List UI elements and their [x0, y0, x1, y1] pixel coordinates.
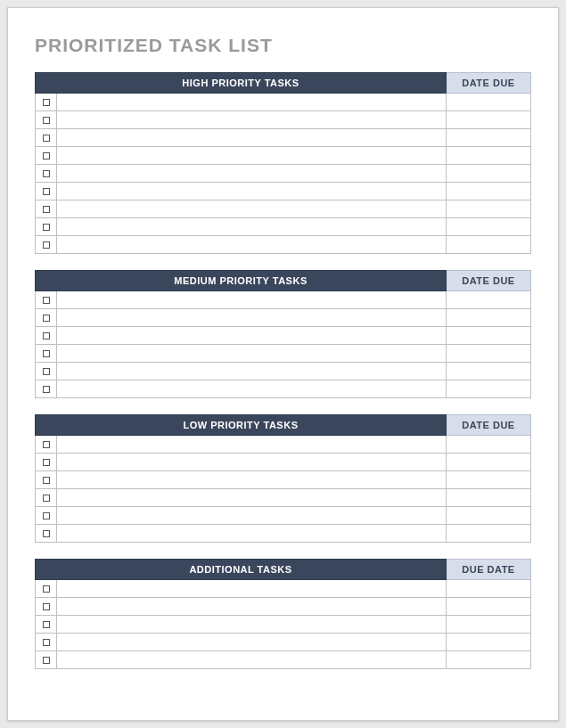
task-date-cell[interactable]: [447, 634, 531, 651]
task-text-cell[interactable]: [57, 236, 447, 254]
checkbox-icon[interactable]: [43, 117, 50, 124]
task-checkbox-cell[interactable]: [36, 183, 57, 200]
task-checkbox-cell[interactable]: [36, 111, 57, 129]
task-text-cell[interactable]: [57, 580, 447, 598]
task-checkbox-cell[interactable]: [36, 291, 57, 309]
task-date-cell[interactable]: [447, 200, 531, 218]
task-date-cell[interactable]: [447, 183, 531, 200]
checkbox-icon[interactable]: [43, 386, 50, 393]
checkbox-icon[interactable]: [43, 495, 50, 502]
task-date-cell[interactable]: [447, 147, 531, 165]
checkbox-icon[interactable]: [43, 170, 50, 177]
task-checkbox-cell[interactable]: [36, 580, 57, 598]
checkbox-icon[interactable]: [43, 315, 50, 322]
checkbox-icon[interactable]: [43, 188, 50, 195]
task-checkbox-cell[interactable]: [36, 200, 57, 218]
task-date-cell[interactable]: [447, 616, 531, 634]
task-checkbox-cell[interactable]: [36, 129, 57, 147]
task-date-cell[interactable]: [447, 580, 531, 598]
checkbox-icon[interactable]: [43, 206, 50, 213]
checkbox-icon[interactable]: [43, 135, 50, 142]
checkbox-icon[interactable]: [43, 477, 50, 484]
task-checkbox-cell[interactable]: [36, 454, 57, 471]
task-date-cell[interactable]: [447, 111, 531, 129]
task-text-cell[interactable]: [57, 454, 447, 471]
checkbox-icon[interactable]: [43, 297, 50, 304]
checkbox-icon[interactable]: [43, 350, 50, 357]
checkbox-icon[interactable]: [43, 657, 50, 664]
task-text-cell[interactable]: [57, 598, 447, 616]
task-date-cell[interactable]: [447, 436, 531, 454]
checkbox-icon[interactable]: [43, 241, 50, 249]
checkbox-icon[interactable]: [43, 332, 50, 339]
task-date-cell[interactable]: [447, 327, 531, 345]
task-text-cell[interactable]: [57, 471, 447, 489]
task-date-cell[interactable]: [447, 94, 531, 111]
task-checkbox-cell[interactable]: [36, 94, 57, 111]
task-date-cell[interactable]: [447, 165, 531, 183]
task-checkbox-cell[interactable]: [36, 436, 57, 454]
checkbox-icon[interactable]: [43, 224, 50, 231]
task-checkbox-cell[interactable]: [36, 489, 57, 507]
checkbox-icon[interactable]: [43, 585, 50, 593]
checkbox-icon[interactable]: [43, 639, 50, 646]
task-text-cell[interactable]: [57, 363, 447, 380]
task-date-cell[interactable]: [447, 291, 531, 309]
task-date-cell[interactable]: [447, 454, 531, 471]
task-text-cell[interactable]: [57, 129, 447, 147]
checkbox-icon[interactable]: [43, 530, 50, 537]
task-text-cell[interactable]: [57, 507, 447, 525]
task-text-cell[interactable]: [57, 489, 447, 507]
task-checkbox-cell[interactable]: [36, 327, 57, 345]
task-checkbox-cell[interactable]: [36, 616, 57, 634]
checkbox-icon[interactable]: [43, 512, 50, 519]
task-date-cell[interactable]: [447, 380, 531, 398]
task-text-cell[interactable]: [57, 291, 447, 309]
task-checkbox-cell[interactable]: [36, 525, 57, 543]
task-checkbox-cell[interactable]: [36, 651, 57, 669]
checkbox-icon[interactable]: [43, 152, 50, 160]
task-text-cell[interactable]: [57, 436, 447, 454]
checkbox-icon[interactable]: [43, 99, 50, 106]
task-text-cell[interactable]: [57, 616, 447, 634]
task-text-cell[interactable]: [57, 345, 447, 363]
task-date-cell[interactable]: [447, 363, 531, 380]
task-date-cell[interactable]: [447, 129, 531, 147]
task-checkbox-cell[interactable]: [36, 147, 57, 165]
checkbox-icon[interactable]: [43, 621, 50, 628]
task-checkbox-cell[interactable]: [36, 236, 57, 254]
task-date-cell[interactable]: [447, 236, 531, 254]
checkbox-icon[interactable]: [43, 603, 50, 610]
task-text-cell[interactable]: [57, 200, 447, 218]
task-date-cell[interactable]: [447, 651, 531, 669]
task-text-cell[interactable]: [57, 634, 447, 651]
task-text-cell[interactable]: [57, 147, 447, 165]
task-checkbox-cell[interactable]: [36, 634, 57, 651]
task-text-cell[interactable]: [57, 651, 447, 669]
task-checkbox-cell[interactable]: [36, 345, 57, 363]
task-date-cell[interactable]: [447, 525, 531, 543]
task-text-cell[interactable]: [57, 309, 447, 327]
task-text-cell[interactable]: [57, 218, 447, 236]
task-checkbox-cell[interactable]: [36, 598, 57, 616]
task-text-cell[interactable]: [57, 380, 447, 398]
checkbox-icon[interactable]: [43, 441, 50, 448]
task-text-cell[interactable]: [57, 165, 447, 183]
checkbox-icon[interactable]: [43, 368, 50, 375]
task-date-cell[interactable]: [447, 218, 531, 236]
task-date-cell[interactable]: [447, 489, 531, 507]
task-checkbox-cell[interactable]: [36, 363, 57, 380]
task-checkbox-cell[interactable]: [36, 309, 57, 327]
task-date-cell[interactable]: [447, 471, 531, 489]
task-date-cell[interactable]: [447, 598, 531, 616]
task-checkbox-cell[interactable]: [36, 507, 57, 525]
task-checkbox-cell[interactable]: [36, 471, 57, 489]
task-date-cell[interactable]: [447, 507, 531, 525]
task-date-cell[interactable]: [447, 309, 531, 327]
task-date-cell[interactable]: [447, 345, 531, 363]
checkbox-icon[interactable]: [43, 459, 50, 466]
task-text-cell[interactable]: [57, 525, 447, 543]
task-text-cell[interactable]: [57, 327, 447, 345]
task-checkbox-cell[interactable]: [36, 218, 57, 236]
task-checkbox-cell[interactable]: [36, 380, 57, 398]
